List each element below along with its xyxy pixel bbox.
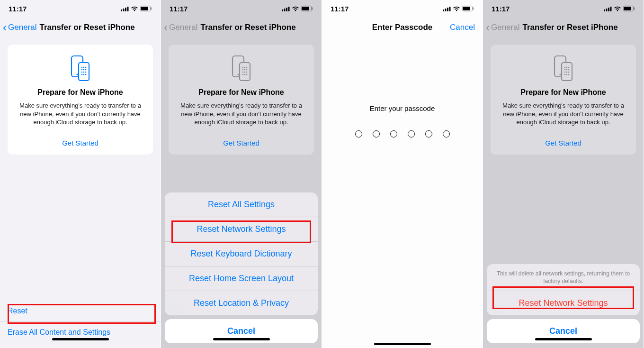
get-started-link[interactable]: Get Started bbox=[15, 139, 145, 147]
svg-point-42 bbox=[244, 74, 245, 75]
nav-title: Transfer or Reset iPhone bbox=[39, 23, 134, 32]
svg-point-41 bbox=[242, 74, 243, 75]
status-bar: 11:17 bbox=[483, 0, 644, 17]
nav-bar: ‹ General Transfer or Reset iPhone bbox=[0, 17, 161, 38]
svg-rect-50 bbox=[473, 8, 474, 10]
back-label: General bbox=[8, 23, 36, 32]
sheet-group: This will delete all network settings, r… bbox=[487, 264, 640, 315]
svg-point-69 bbox=[568, 72, 569, 73]
svg-rect-54 bbox=[610, 7, 612, 11]
card-body: Make sure everything's ready to transfer… bbox=[15, 101, 145, 127]
passcode-dot bbox=[373, 130, 380, 137]
status-icons bbox=[443, 6, 474, 11]
card-title: Prepare for New iPhone bbox=[15, 88, 145, 97]
svg-point-71 bbox=[566, 74, 567, 75]
svg-rect-1 bbox=[123, 9, 125, 11]
nav-bar: ‹ General Transfer or Reset iPhone bbox=[483, 17, 644, 38]
card-title: Prepare for New iPhone bbox=[498, 88, 628, 97]
sheet-item-reset-keyboard[interactable]: Reset Keyboard Dictionary bbox=[165, 242, 318, 266]
nav-bar: Enter Passcode Cancel bbox=[322, 17, 483, 38]
battery-icon bbox=[623, 6, 635, 11]
passcode-dot bbox=[425, 130, 432, 137]
sheet-confirm-reset-network[interactable]: Reset Network Settings bbox=[487, 291, 640, 315]
sheet-item-reset-location[interactable]: Reset Location & Privacy bbox=[165, 291, 318, 315]
svg-rect-46 bbox=[447, 8, 448, 11]
svg-point-40 bbox=[246, 72, 247, 73]
confirm-action-sheet: This will delete all network settings, r… bbox=[487, 264, 640, 343]
back-label: General bbox=[491, 23, 519, 32]
prepare-card: Prepare for New iPhone Make sure everyth… bbox=[491, 45, 636, 155]
svg-rect-2 bbox=[125, 8, 126, 11]
svg-rect-45 bbox=[445, 9, 447, 11]
back-button[interactable]: ‹ General bbox=[3, 22, 36, 33]
wifi-icon bbox=[131, 6, 138, 11]
devices-icon bbox=[67, 54, 94, 82]
svg-rect-6 bbox=[151, 8, 152, 10]
status-time: 11:17 bbox=[492, 5, 510, 13]
wifi-icon bbox=[292, 6, 299, 11]
passcode-dot bbox=[443, 130, 450, 137]
svg-point-36 bbox=[244, 69, 245, 71]
cancel-button[interactable]: Cancel bbox=[450, 23, 480, 32]
back-label: General bbox=[169, 23, 197, 32]
passcode-dot bbox=[355, 130, 362, 137]
svg-point-38 bbox=[242, 72, 243, 73]
svg-rect-44 bbox=[443, 9, 444, 11]
sheet-item-reset-all[interactable]: Reset All Settings bbox=[165, 192, 318, 217]
svg-rect-25 bbox=[288, 7, 290, 11]
passcode-dot bbox=[408, 130, 415, 137]
signal-icon bbox=[282, 6, 290, 11]
reset-cell[interactable]: Reset bbox=[0, 301, 161, 322]
svg-point-68 bbox=[566, 72, 567, 73]
svg-point-19 bbox=[81, 74, 82, 75]
svg-point-32 bbox=[242, 67, 243, 68]
home-indicator[interactable] bbox=[535, 338, 592, 340]
svg-point-34 bbox=[246, 67, 247, 68]
home-indicator[interactable] bbox=[213, 338, 270, 340]
passcode-dots[interactable] bbox=[322, 130, 483, 137]
svg-point-10 bbox=[81, 67, 82, 68]
status-icons bbox=[121, 6, 152, 11]
svg-point-12 bbox=[85, 67, 86, 68]
status-time: 11:17 bbox=[170, 5, 188, 13]
sheet-item-reset-home[interactable]: Reset Home Screen Layout bbox=[165, 266, 318, 291]
back-button: ‹ General bbox=[486, 22, 519, 33]
svg-point-39 bbox=[244, 72, 245, 73]
chevron-left-icon: ‹ bbox=[486, 22, 490, 33]
sheet-message: This will delete all network settings, r… bbox=[487, 264, 640, 291]
signal-icon bbox=[604, 6, 612, 11]
card-title: Prepare for New iPhone bbox=[176, 88, 306, 97]
svg-point-30 bbox=[237, 73, 239, 75]
sheet-item-reset-network[interactable]: Reset Network Settings bbox=[165, 217, 318, 242]
signal-icon bbox=[121, 6, 129, 11]
chevron-left-icon: ‹ bbox=[164, 22, 168, 33]
battery-icon bbox=[140, 6, 152, 11]
passcode-prompt: Enter your passcode bbox=[322, 104, 483, 112]
home-indicator[interactable] bbox=[52, 338, 109, 340]
svg-point-18 bbox=[85, 72, 86, 73]
prepare-card: Prepare for New iPhone Make sure everyth… bbox=[169, 45, 314, 155]
svg-rect-57 bbox=[634, 8, 635, 10]
nav-title: Transfer or Reset iPhone bbox=[522, 23, 617, 32]
svg-point-35 bbox=[242, 69, 243, 71]
wifi-icon bbox=[453, 6, 460, 11]
status-icons bbox=[282, 6, 313, 11]
svg-point-15 bbox=[85, 69, 86, 71]
status-time: 11:17 bbox=[9, 5, 27, 13]
svg-point-65 bbox=[566, 69, 567, 71]
svg-point-37 bbox=[246, 69, 247, 71]
svg-rect-3 bbox=[127, 7, 129, 11]
home-indicator[interactable] bbox=[374, 343, 431, 345]
battery-icon bbox=[462, 6, 474, 11]
svg-rect-0 bbox=[121, 9, 122, 11]
status-icons bbox=[604, 6, 635, 11]
svg-point-64 bbox=[564, 69, 565, 71]
svg-point-14 bbox=[83, 69, 84, 71]
get-started-link: Get Started bbox=[498, 139, 628, 147]
reset-action-sheet: Reset All Settings Reset Network Setting… bbox=[165, 192, 318, 343]
screen-1-transfer-or-reset: 11:17 ‹ General Transfer or Reset iPhone… bbox=[0, 0, 161, 348]
svg-rect-56 bbox=[624, 7, 631, 10]
status-bar: 11:17 bbox=[322, 0, 483, 17]
svg-point-20 bbox=[83, 74, 84, 75]
svg-point-11 bbox=[83, 67, 84, 68]
